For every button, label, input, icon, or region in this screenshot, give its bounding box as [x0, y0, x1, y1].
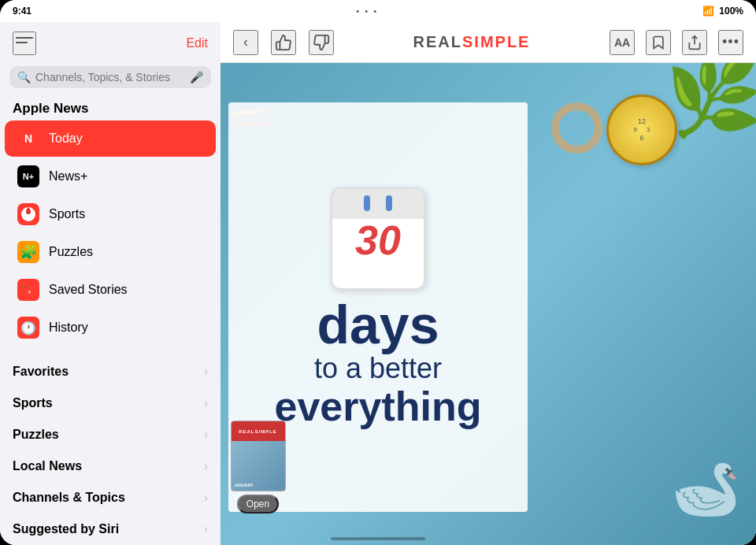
sidebar-group-favorites[interactable]: Favorites › [0, 356, 220, 387]
sidebar-item-sports-nav[interactable]: Sports [5, 196, 216, 232]
sidebar-group-sports[interactable]: Sports › [0, 387, 220, 419]
clock-face: 12 93 6 [634, 117, 650, 142]
sidebar-item-newsplus[interactable]: N+ News+ [5, 158, 216, 195]
thumb-month: JANUARY [235, 483, 254, 488]
cal-ring-left [364, 195, 370, 211]
main-layout: Edit 🔍 🎤 Apple News N Today N+ News+ [0, 22, 756, 545]
today-icon: N [17, 128, 39, 150]
edit-button[interactable]: Edit [186, 36, 208, 50]
status-right: 📶 100% [702, 6, 743, 17]
puzzles-chevron: › [204, 428, 208, 442]
calendar-top [332, 189, 424, 217]
pub-name-part2: SIMPLE [462, 33, 530, 50]
puzzles-group-label: Puzzles [13, 428, 59, 442]
article-content[interactable]: 🌿 12 93 6 [220, 63, 756, 545]
favorites-chevron: › [204, 365, 208, 379]
thumb-header: REALSIMPLE [232, 421, 285, 441]
font-size-button[interactable]: AA [610, 30, 635, 55]
like-button[interactable] [271, 30, 296, 55]
dislike-button[interactable] [309, 30, 334, 55]
sports-group-label: Sports [13, 396, 53, 410]
newsplus-icon: N+ [17, 165, 39, 187]
status-bar: 9:41 • • • 📶 100% [0, 0, 756, 22]
local-news-chevron: › [204, 459, 208, 473]
sidebar: Edit 🔍 🎤 Apple News N Today N+ News+ [0, 22, 220, 545]
sidebar-item-saved[interactable]: 🔖 Saved Stories [5, 272, 216, 308]
newsplus-label: News+ [49, 169, 87, 184]
headline-everything: everything [275, 386, 482, 427]
headline-days: days [317, 298, 439, 351]
cal-ring-right [386, 195, 392, 211]
search-bar[interactable]: 🔍 🎤 [9, 66, 211, 88]
more-button[interactable]: ••• [718, 30, 743, 55]
saved-label: Saved Stories [49, 283, 128, 297]
history-label: History [49, 321, 88, 335]
thumb-cover: JANUARY [232, 441, 285, 491]
sidebar-item-puzzles-nav[interactable]: 🧩 Puzzles [5, 234, 216, 270]
publication-title: REALSIMPLE [334, 33, 610, 51]
sidebar-toggle-button[interactable] [13, 32, 36, 55]
open-thumbnail-area: REALSIMPLE JANUARY Open [228, 421, 287, 513]
headline-to-a-better: to a better [314, 351, 442, 385]
sidebar-group-channels-topics[interactable]: Channels & Topics › [0, 482, 220, 513]
status-dots: • • • [356, 6, 378, 16]
sidebar-group-suggested[interactable]: Suggested by Siri › [0, 513, 220, 545]
sports-chevron: › [204, 396, 208, 410]
cover-image: 🌿 12 93 6 [220, 63, 756, 545]
article-toolbar: ‹ REALSIMPLE AA [220, 22, 756, 63]
pub-name-part1: REAL [413, 33, 462, 50]
puzzles-icon: 🧩 [17, 241, 39, 263]
local-news-label: Local News [13, 459, 82, 473]
open-button[interactable]: Open [237, 495, 279, 513]
magazine-thumbnail: REALSIMPLE JANUARY [231, 421, 286, 491]
today-label: Today [49, 132, 83, 146]
sidebar-group-local-news[interactable]: Local News › [0, 450, 220, 482]
sidebar-header: Edit [0, 22, 220, 61]
favorites-label: Favorites [13, 365, 69, 379]
wifi-icon: 📶 [702, 6, 714, 17]
content-area: ‹ REALSIMPLE AA [220, 22, 756, 545]
calendar-number: 30 [355, 220, 401, 261]
channels-topics-label: Channels & Topics [13, 491, 125, 505]
history-icon: 🕐 [17, 317, 39, 339]
sports-nav-label: Sports [49, 207, 85, 221]
puzzles-nav-label: Puzzles [49, 245, 93, 259]
apple-news-title: Apple News [0, 96, 220, 120]
rope-decoration [551, 102, 602, 154]
calendar-icon: 30 [331, 187, 425, 290]
status-time: 9:41 [13, 6, 32, 17]
sports-icon [17, 203, 39, 225]
device-frame: 9:41 • • • 📶 100% Edit 🔍 � [0, 0, 756, 545]
toolbar-left: ‹ [233, 30, 334, 55]
battery-text: 100% [719, 6, 743, 17]
sidebar-group-puzzles[interactable]: Puzzles › [0, 419, 220, 450]
search-input[interactable] [35, 71, 185, 83]
search-icon: 🔍 [17, 71, 31, 83]
clock-decoration: 12 93 6 [606, 95, 677, 165]
saved-icon: 🔖 [17, 279, 39, 301]
back-button[interactable]: ‹ [233, 30, 258, 55]
toolbar-right: AA ••• [610, 30, 743, 55]
suggested-chevron: › [204, 522, 208, 536]
sidebar-item-history[interactable]: 🕐 History [5, 310, 216, 346]
plant-icon: 🌿 [665, 63, 756, 134]
sidebar-item-today[interactable]: N Today [5, 120, 216, 157]
sidebar-toggle-icon [16, 37, 33, 50]
bookmark-button[interactable] [646, 30, 671, 55]
suggested-label: Suggested by Siri [13, 522, 119, 536]
share-button[interactable] [682, 30, 707, 55]
channels-chevron: › [204, 491, 208, 505]
mic-icon[interactable]: 🎤 [190, 71, 203, 83]
swan-decoration: 🦢 [672, 457, 740, 521]
home-indicator [331, 537, 425, 540]
